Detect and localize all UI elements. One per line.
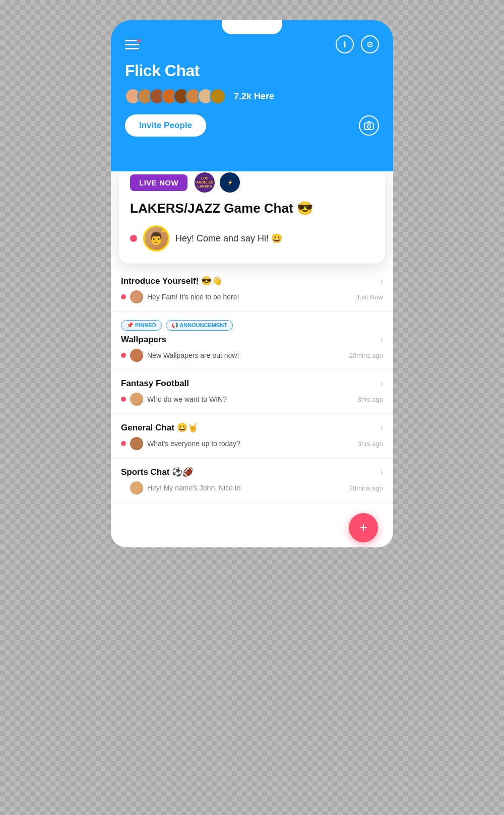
live-badge: LIVE NOW	[130, 174, 187, 191]
chat-preview-fantasy: Who do we want to WIN? 3hrs ago	[121, 393, 383, 406]
members-row: 7.2k Here	[125, 88, 379, 104]
chat-item-sports-chat[interactable]: Sports Chat ⚽🏈 › Hey! My name's John. Ni…	[111, 459, 393, 503]
unread-dot	[121, 353, 126, 358]
live-message-row: 👨 👑 Hey! Come and say Hi! 😀	[130, 225, 374, 252]
host-message: Hey! Come and say Hi! 😀	[175, 233, 282, 244]
badge-row: 📌 PINNED 📢 ANNOUNCEMENT	[121, 320, 383, 331]
chat-title-sports: Sports Chat ⚽🏈	[121, 467, 193, 477]
preview-message: Hey! My name's John. Nice to	[147, 484, 345, 492]
chevron-right-icon: ›	[381, 468, 383, 477]
featured-card[interactable]: LIVE NOW LOS ANGELESLAKERS ⚡ LAKERS/JAZZ…	[119, 171, 385, 264]
preview-message: What's everyone up to today?	[147, 440, 353, 448]
unread-dot	[121, 294, 126, 299]
chat-preview-wallpapers: New Wallpapers are out now! 20mins ago	[121, 349, 383, 362]
svg-point-1	[367, 125, 371, 129]
notification-dot	[137, 38, 142, 43]
preview-time: Just Now	[356, 293, 383, 301]
preview-avatar	[130, 349, 143, 362]
settings-button[interactable]: ⚙	[361, 35, 379, 53]
chat-item-introduce-yourself[interactable]: Introduce Yourself! 😎👋 › Hey Fam! It's n…	[111, 268, 393, 312]
preview-time: 28mins ago	[349, 484, 383, 492]
chat-item-general-chat[interactable]: General Chat 😀🤘 › What's everyone up to …	[111, 414, 393, 459]
chevron-right-icon: ›	[381, 335, 383, 344]
chat-item-wallpapers[interactable]: 📌 PINNED 📢 ANNOUNCEMENT Wallpapers › New…	[111, 312, 393, 370]
camera-button[interactable]	[359, 115, 379, 136]
chat-list: Introduce Yourself! 😎👋 › Hey Fam! It's n…	[111, 264, 393, 507]
chevron-right-icon: ›	[381, 379, 383, 388]
chat-title-wallpapers: Wallpapers	[121, 335, 166, 345]
chat-preview-sports: Hey! My name's John. Nice to 28mins ago	[121, 481, 383, 494]
chat-preview-general: What's everyone up to today? 3hrs ago	[121, 437, 383, 450]
preview-avatar	[130, 437, 143, 450]
chat-item-fantasy-football[interactable]: Fantasy Football › Who do we want to WIN…	[111, 370, 393, 414]
members-count: 7.2k Here	[234, 91, 274, 102]
camera-icon	[364, 121, 374, 130]
featured-title: LAKERS/JAZZ Game Chat 😎	[130, 201, 374, 216]
preview-avatar	[130, 393, 143, 406]
preview-avatar	[130, 481, 143, 494]
team-logos: LOS ANGELESLAKERS ⚡	[195, 172, 240, 193]
phone-header: ℹ ⚙ Flick Chat 7.2k Here Invite People	[111, 20, 393, 171]
chevron-right-icon: ›	[381, 423, 383, 432]
preview-time: 3hrs ago	[357, 440, 383, 448]
main-content: LIVE NOW LOS ANGELESLAKERS ⚡ LAKERS/JAZZ…	[111, 171, 393, 547]
live-indicator-dot	[130, 235, 137, 242]
preview-time: 20mins ago	[349, 352, 383, 359]
unread-dot	[121, 441, 126, 446]
chat-title-general: General Chat 😀🤘	[121, 422, 198, 433]
preview-avatar	[130, 290, 143, 303]
preview-message: New Wallpapers are out now!	[147, 351, 345, 359]
chat-preview-introduce: Hey Fam! It's nice to be here! Just Now	[121, 290, 383, 303]
avatar	[210, 88, 226, 104]
preview-message: Hey Fam! It's nice to be here!	[147, 293, 352, 301]
announcement-badge: 📢 ANNOUNCEMENT	[166, 320, 233, 331]
info-button[interactable]: ℹ	[336, 35, 354, 53]
host-avatar: 👨 👑	[143, 225, 169, 252]
preview-message: Who do we want to WIN?	[147, 395, 353, 403]
plus-icon: +	[359, 520, 367, 536]
lakers-logo: LOS ANGELESLAKERS	[195, 172, 215, 193]
invite-people-button[interactable]: Invite People	[125, 114, 206, 137]
chevron-right-icon: ›	[381, 277, 383, 286]
menu-button[interactable]	[125, 40, 139, 49]
chat-title-introduce: Introduce Yourself! 😎👋	[121, 276, 222, 286]
app-title: Flick Chat	[125, 61, 379, 80]
jazz-logo: ⚡	[220, 172, 240, 193]
unread-dot	[121, 397, 126, 402]
avatar-stack	[125, 88, 222, 104]
fab-add-button[interactable]: +	[349, 513, 378, 542]
preview-time: 3hrs ago	[357, 396, 383, 403]
crown-badge: 👑	[160, 225, 169, 232]
pinned-badge: 📌 PINNED	[121, 320, 162, 331]
chat-title-fantasy: Fantasy Football	[121, 379, 189, 389]
